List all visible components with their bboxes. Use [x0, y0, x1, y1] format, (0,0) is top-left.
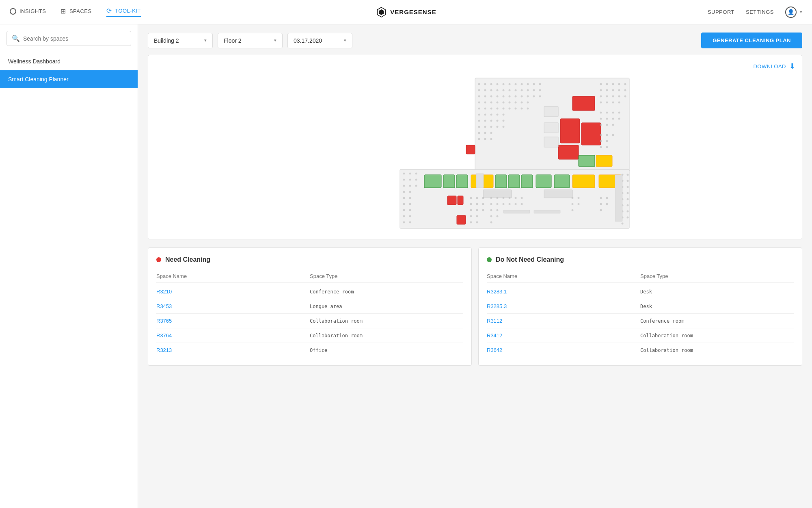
sidebar-item-wellness[interactable]: Wellness Dashboard	[0, 52, 138, 70]
svg-point-94	[478, 132, 480, 134]
svg-point-76	[515, 108, 517, 110]
nav-left: INSIGHTS ⊞ SPACES ⟳ TOOL-KIT	[10, 7, 141, 17]
svg-point-180	[482, 203, 484, 205]
space-link-r3213[interactable]: R3213	[156, 347, 310, 353]
svg-point-169	[627, 204, 629, 206]
space-link-r3642[interactable]: R3642	[487, 347, 640, 353]
svg-point-93	[503, 126, 505, 128]
nav-support[interactable]: SUPPORT	[708, 9, 734, 15]
floor-dropdown[interactable]: Floor 2 ▾	[218, 33, 283, 48]
svg-rect-3	[560, 119, 580, 143]
svg-point-113	[618, 96, 620, 98]
spaces-icon: ⊞	[60, 7, 66, 15]
table-row: R3210 Conference room	[156, 284, 463, 299]
space-link-r3285[interactable]: R3285.3	[487, 303, 640, 309]
svg-point-92	[497, 126, 499, 128]
download-icon[interactable]: ⬇	[789, 62, 795, 71]
svg-point-109	[624, 89, 626, 91]
download-label[interactable]: DOWNLOAD	[753, 63, 786, 69]
svg-point-102	[612, 83, 614, 85]
svg-point-165	[627, 192, 629, 194]
svg-point-61	[478, 102, 480, 104]
svg-point-53	[497, 96, 499, 98]
space-link-r3112[interactable]: R3112	[487, 318, 640, 324]
svg-rect-13	[443, 175, 455, 188]
space-link-r3210[interactable]: R3210	[156, 289, 310, 295]
top-nav: INSIGHTS ⊞ SPACES ⟳ TOOL-KIT VERGESENSE …	[0, 0, 812, 24]
nav-tool-kit[interactable]: ⟳ TOOL-KIT	[106, 7, 141, 17]
table-row: R3642 Collaboration room	[487, 343, 794, 357]
svg-point-187	[476, 221, 478, 224]
svg-point-129	[612, 124, 614, 126]
svg-point-124	[606, 118, 608, 120]
svg-rect-27	[544, 190, 572, 198]
svg-point-106	[606, 89, 608, 91]
svg-point-37	[533, 83, 535, 85]
svg-point-59	[533, 96, 535, 98]
svg-point-99	[490, 138, 492, 140]
svg-point-141	[409, 179, 411, 181]
svg-point-205	[572, 197, 574, 199]
sidebar-item-cleaning[interactable]: Smart Cleaning Planner	[0, 70, 138, 88]
svg-point-176	[476, 197, 478, 199]
svg-point-116	[606, 102, 608, 104]
svg-point-199	[521, 203, 523, 205]
svg-point-144	[409, 185, 411, 187]
svg-point-181	[470, 209, 472, 211]
nav-settings[interactable]: SETTINGS	[746, 9, 774, 15]
table-row: R3213 Office	[156, 343, 463, 357]
space-link-r3764[interactable]: R3764	[156, 332, 310, 339]
svg-point-44	[509, 89, 511, 91]
svg-point-86	[490, 120, 492, 122]
user-menu[interactable]: 👤 ▾	[785, 7, 802, 18]
svg-point-211	[606, 197, 608, 199]
nav-spaces[interactable]: ⊞ SPACES	[60, 7, 91, 17]
space-link-r3283[interactable]: R3283.1	[487, 289, 640, 295]
nav-insights[interactable]: INSIGHTS	[10, 8, 46, 16]
space-link-r3765[interactable]: R3765	[156, 318, 310, 324]
space-link-r3453[interactable]: R3453	[156, 303, 310, 309]
svg-point-143	[403, 185, 405, 187]
search-input[interactable]	[23, 35, 126, 42]
need-cleaning-dot	[156, 257, 161, 262]
space-link-r3412[interactable]: R3412	[487, 332, 640, 339]
svg-point-64	[497, 102, 499, 104]
svg-point-177	[482, 197, 484, 199]
generate-cleaning-plan-button[interactable]: GENERATE CLEANING PLAN	[701, 33, 802, 48]
svg-point-110	[600, 96, 602, 98]
svg-rect-7	[544, 123, 558, 133]
svg-rect-23	[447, 196, 456, 205]
date-chevron-icon: ▾	[344, 38, 346, 43]
table-row: R3283.1 Desk	[487, 284, 794, 299]
need-cleaning-table: Need Cleaning Space Name Space Type R321…	[148, 247, 472, 366]
date-dropdown[interactable]: 03.17.2020 ▾	[287, 33, 352, 48]
search-box[interactable]: 🔍	[6, 31, 131, 46]
need-cleaning-title: Need Cleaning	[156, 256, 463, 263]
table-row: R3453 Longue area	[156, 299, 463, 314]
svg-point-161	[627, 180, 629, 182]
svg-point-154	[403, 215, 405, 217]
svg-point-75	[509, 108, 511, 110]
svg-point-130	[600, 134, 602, 136]
svg-rect-14	[456, 175, 468, 188]
svg-point-117	[612, 102, 614, 104]
svg-rect-218	[534, 210, 560, 213]
svg-point-133	[600, 140, 602, 142]
svg-point-67	[515, 102, 517, 104]
svg-point-68	[521, 102, 523, 104]
svg-point-134	[606, 140, 608, 142]
building-dropdown[interactable]: Building 2 ▾	[148, 33, 213, 48]
svg-point-196	[503, 203, 505, 205]
svg-point-40	[484, 89, 486, 91]
svg-point-60	[539, 96, 541, 98]
svg-rect-17	[508, 175, 520, 188]
svg-point-122	[618, 112, 620, 114]
svg-point-188	[490, 197, 492, 199]
svg-point-152	[403, 209, 405, 211]
svg-point-33	[509, 83, 511, 85]
svg-point-73	[497, 108, 499, 110]
table-row: R3112 Conference room	[487, 314, 794, 328]
svg-point-101	[606, 83, 608, 85]
svg-point-56	[515, 96, 517, 98]
svg-point-72	[490, 108, 492, 110]
